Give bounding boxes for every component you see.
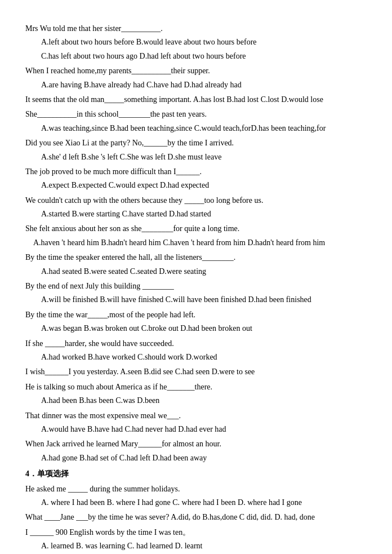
s4-q1-text: He asked me _____ during the summer holi… <box>25 483 367 495</box>
section4-q2: What ____Jane ___by the time he was seve… <box>25 511 367 524</box>
q11-opt1: A.started B.were starting C.have started… <box>25 208 367 220</box>
s4-q3-text: I ______ 900 English words by the time I… <box>25 526 367 539</box>
q10-opt1: A.expect B.expected C.would expect D.had… <box>25 179 367 192</box>
question-15: By the time the war_____,most of the peo… <box>25 309 367 335</box>
question-14: By the end of next July this building __… <box>25 280 367 307</box>
section-4-title: 4．单项选择 <box>25 468 367 480</box>
q13-text: By the time the speaker entered the hall… <box>25 251 367 264</box>
q10-text: The job proved to be much more difficult… <box>25 166 367 178</box>
s4-q1-opt: A. where I had been B. where I had gone … <box>25 497 367 509</box>
question-7: It seems that the old man_____something … <box>25 94 367 106</box>
content-area: Mrs Wu told me that her sister__________… <box>25 23 367 552</box>
q14-text: By the end of next July this building __… <box>25 280 367 292</box>
s4-q2-text: What ____Jane ___by the time he was seve… <box>25 511 367 524</box>
q11-text: We couldn't catch up with the others bec… <box>25 194 367 207</box>
s4-q3-opt: A. learned B. was learning C. had learne… <box>25 540 367 552</box>
q15-text: By the time the war_____,most of the peo… <box>25 309 367 321</box>
question-11: We couldn't catch up with the others bec… <box>25 194 367 221</box>
q18-opt1: A.had been B.has been C.was D.been <box>25 395 367 407</box>
q12-opt1: A.haven 't heard him B.hadn't heard him … <box>25 237 367 249</box>
q18-text: He is talking so much about America as i… <box>25 381 367 393</box>
section4-q1: He asked me _____ during the summer holi… <box>25 483 367 509</box>
q14-opt1: A.will be finished B.will have finished … <box>25 294 367 306</box>
q6-opt1: A.are having B.have already had C.have h… <box>25 79 367 91</box>
q17-text: I wish______I you yesterday. A.seen B.di… <box>25 366 367 378</box>
question-17: I wish______I you yesterday. A.seen B.di… <box>25 366 367 378</box>
q5-text: Mrs Wu told me that her sister__________… <box>25 23 367 35</box>
q5-opt2: C.has left about two hours ago D.had lef… <box>25 50 367 63</box>
q16-text: If she _____harder, she would have succe… <box>25 338 367 350</box>
q16-opt1: A.had worked B.have worked C.should work… <box>25 351 367 364</box>
q15-opt1: A.was began B.was broken out C.broke out… <box>25 322 367 335</box>
section-4-title-block: 4．单项选择 <box>25 468 367 480</box>
q20-opt1: A.had gone B.had set of C.had left D.had… <box>25 452 367 464</box>
question-16: If she _____harder, she would have succe… <box>25 338 367 364</box>
q8-text: She__________in this school________the p… <box>25 108 367 121</box>
question-8: She__________in this school________the p… <box>25 108 367 135</box>
question-19: That dinner was the most expensive meal … <box>25 410 367 436</box>
q13-opt1: A.had seated B.were seated C.seated D.we… <box>25 265 367 278</box>
question-10: The job proved to be much more difficult… <box>25 166 367 192</box>
q8-opt1: A.was teaching,since B.had been teaching… <box>25 122 367 135</box>
q7-text: It seems that the old man_____something … <box>25 94 367 106</box>
section4-q3: I ______ 900 English words by the time I… <box>25 526 367 553</box>
q9-text: Did you see Xiao Li at the party? No,___… <box>25 137 367 149</box>
q19-opt1: A.would have B.have had C.had never had … <box>25 423 367 436</box>
question-20: When Jack arrived he learned Mary______f… <box>25 438 367 464</box>
q12-text: She felt anxious about her son as she___… <box>25 223 367 235</box>
question-18: He is talking so much about America as i… <box>25 381 367 407</box>
q5-opt1: A.left about two hours before B.would le… <box>25 36 367 48</box>
question-9: Did you see Xiao Li at the party? No,___… <box>25 137 367 163</box>
question-5: Mrs Wu told me that her sister__________… <box>25 23 367 63</box>
q20-text: When Jack arrived he learned Mary______f… <box>25 438 367 450</box>
q19-text: That dinner was the most expensive meal … <box>25 410 367 422</box>
question-6: When I reached home,my parents__________… <box>25 65 367 91</box>
question-13: By the time the speaker entered the hall… <box>25 251 367 278</box>
q9-opt1: A.she' d left B.she 's left C.She was le… <box>25 151 367 163</box>
question-12: She felt anxious about her son as she___… <box>25 223 367 249</box>
q6-text: When I reached home,my parents__________… <box>25 65 367 77</box>
